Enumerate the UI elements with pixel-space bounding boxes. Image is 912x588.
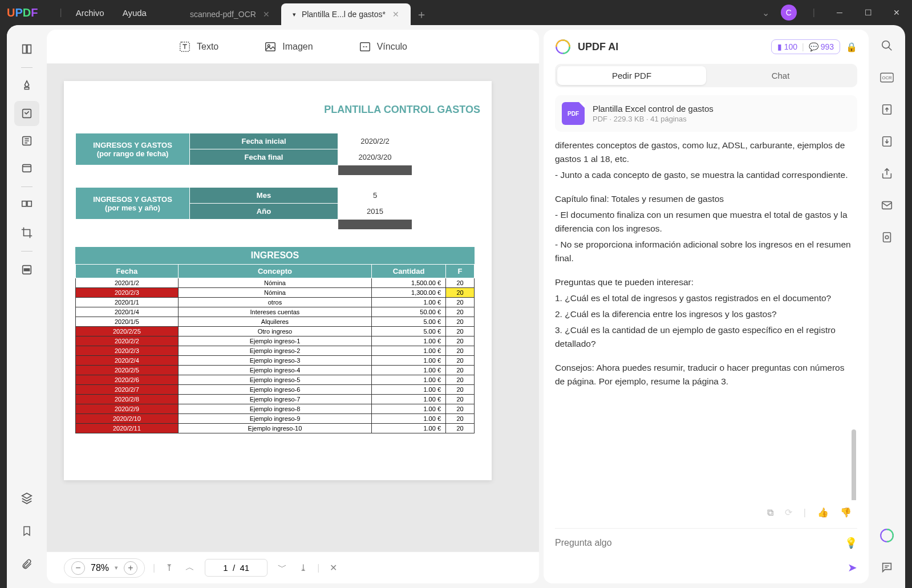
tab-label: Plantilla E...l de gastos* <box>302 10 386 19</box>
row-label: Año <box>190 204 338 220</box>
block1-header: INGRESOS Y GASTOS (por rango de fecha) <box>76 133 190 165</box>
col-concepto: Concepto <box>178 265 371 278</box>
zoom-out-button[interactable]: − <box>71 561 85 575</box>
row-value: 2020/3/20 <box>338 149 412 165</box>
organize-tool-icon[interactable] <box>14 193 39 218</box>
close-icon[interactable]: ✕ <box>392 10 399 19</box>
send-button[interactable]: ➤ <box>555 561 857 574</box>
reader-tool-icon[interactable] <box>14 37 39 62</box>
table-row: 2020/2/11Ejemplo ingreso-101.00 €20 <box>76 424 475 433</box>
thumbs-down-icon[interactable]: 👎 <box>840 507 852 518</box>
ai-title: UPDF AI <box>578 41 618 53</box>
form-tool-icon[interactable] <box>14 156 39 181</box>
file-meta: PDF · 229.3 KB · 41 páginas <box>593 115 714 123</box>
prev-page-button[interactable]: ︿ <box>183 562 197 574</box>
zoom-in-button[interactable]: + <box>124 561 137 575</box>
table-row: 2020/2/7Ejemplo ingreso-61.00 €20 <box>76 385 475 395</box>
ingresos-table: Fecha Concepto Cantidad F 2020/1/2Nómina… <box>75 264 475 433</box>
close-button[interactable]: ✕ <box>888 8 905 17</box>
table-row: 2020/1/2Nómina1,500.00 €20 <box>76 278 475 288</box>
table-row: 2020/2/25Otro ingreso5.00 €20 <box>76 327 475 336</box>
svg-rect-2 <box>23 165 31 172</box>
highlight-tool-icon[interactable] <box>14 74 39 99</box>
tab-label: scanned-pdf_OCR <box>190 10 256 19</box>
pdf-file-icon: PDF <box>562 102 585 125</box>
ai-tabs: Pedir PDF Chat <box>555 64 857 87</box>
row-value: 2020/2/2 <box>338 133 412 149</box>
link-tool[interactable]: Vínculo <box>359 40 407 53</box>
page-viewport[interactable]: PLANTILLA CONTROL GASTOS INGRESOS Y GAST… <box>47 64 539 551</box>
image-tool-label: Imagen <box>282 42 313 52</box>
ingresos-header: INGRESOS <box>75 247 475 264</box>
search-icon[interactable] <box>878 37 896 55</box>
ai-panel: UPDF AI ▮ 100 | 💬 993 🔒 Pedir PDF Chat P… <box>544 30 869 583</box>
zoom-value: 78% <box>91 563 109 573</box>
attachment-icon[interactable] <box>14 551 39 577</box>
open-external-icon[interactable]: ⧉ <box>767 508 773 518</box>
print-icon[interactable] <box>878 228 896 246</box>
tab-scanned-pdf[interactable]: scanned-pdf_OCR ✕ <box>179 3 281 25</box>
last-page-button[interactable]: ⤓ <box>297 562 309 573</box>
svg-rect-17 <box>883 233 891 242</box>
left-toolbar <box>7 25 47 588</box>
close-icon[interactable]: ✕ <box>263 10 270 19</box>
svg-rect-6 <box>24 269 29 271</box>
refresh-icon[interactable]: ⟳ <box>785 507 792 518</box>
pdf-page: PLANTILLA CONTROL GASTOS INGRESOS Y GAST… <box>64 81 492 480</box>
new-tab-button[interactable]: ＋ <box>411 3 432 25</box>
document-title: PLANTILLA CONTROL GASTOS <box>64 104 492 116</box>
chevron-down-icon[interactable]: ▾ <box>293 11 296 18</box>
tab-chat[interactable]: Chat <box>706 66 855 85</box>
right-toolbar: OCR <box>869 25 905 588</box>
share-icon[interactable] <box>878 164 896 183</box>
thumbs-up-icon[interactable]: 👍 <box>817 507 829 518</box>
ai-logo-icon[interactable] <box>878 526 896 545</box>
page-nav-bar: − 78% ▾ + | ⤒ ︿ ﹀ ⤓ | ✕ <box>47 551 539 583</box>
convert-icon[interactable] <box>878 100 896 119</box>
text-tool[interactable]: Texto <box>179 40 218 53</box>
scrollbar-thumb[interactable] <box>852 429 856 500</box>
crop-tool-icon[interactable] <box>14 220 39 245</box>
edit-toolbar: Texto Imagen Vínculo <box>47 30 539 64</box>
next-page-button[interactable]: ﹀ <box>275 562 289 574</box>
lock-icon[interactable]: 🔒 <box>846 42 857 52</box>
layers-icon[interactable] <box>14 485 39 510</box>
redact-tool-icon[interactable] <box>14 257 39 282</box>
ai-prompt-input[interactable] <box>555 538 845 548</box>
maximize-button[interactable]: ☐ <box>860 8 877 17</box>
suggestions-icon[interactable]: 💡 <box>845 537 857 549</box>
block2-header: INGRESOS Y GASTOS (por mes y año) <box>76 188 190 220</box>
annotate-tool-icon[interactable] <box>14 128 39 153</box>
image-tool[interactable]: Imagen <box>264 40 313 53</box>
credit-badges[interactable]: ▮ 100 | 💬 993 <box>771 39 840 54</box>
tab-pedir-pdf[interactable]: Pedir PDF <box>557 66 706 85</box>
bookmark-icon[interactable] <box>14 518 39 544</box>
chevron-down-icon[interactable]: ⌄ <box>762 7 769 18</box>
row-label: Mes <box>190 188 338 204</box>
tab-plantilla[interactable]: ▾ Plantilla E...l de gastos* ✕ <box>281 3 411 25</box>
page-input[interactable] <box>205 559 267 577</box>
email-icon[interactable] <box>878 196 896 214</box>
edit-tool-icon[interactable] <box>14 101 39 126</box>
chevron-down-icon[interactable]: ▾ <box>115 564 118 571</box>
first-page-button[interactable]: ⤒ <box>163 562 175 573</box>
comment-icon[interactable] <box>878 558 896 577</box>
titlebar: UPDF | Archivo Ayuda scanned-pdf_OCR ✕ ▾… <box>0 0 912 25</box>
ocr-icon[interactable]: OCR <box>878 68 896 87</box>
svg-rect-10 <box>360 42 370 51</box>
table-row: 2020/2/2Ejemplo ingreso-11.00 €20 <box>76 336 475 346</box>
link-tool-label: Vínculo <box>377 42 407 52</box>
date-range-table: INGRESOS Y GASTOS (por rango de fecha) F… <box>75 133 412 176</box>
ai-input-area: 💡 ➤ <box>555 528 857 574</box>
menu-archivo[interactable]: Archivo <box>76 8 104 18</box>
file-card[interactable]: PDF Plantilla Excel control de gastos PD… <box>555 95 857 132</box>
user-avatar[interactable]: C <box>781 5 797 21</box>
table-row: 2020/2/10Ejemplo ingreso-91.00 €20 <box>76 414 475 424</box>
close-nav-button[interactable]: ✕ <box>327 562 339 573</box>
updf-ai-logo-icon <box>555 39 571 55</box>
export-icon[interactable] <box>878 132 896 151</box>
minimize-button[interactable]: ─ <box>831 8 848 17</box>
svg-point-18 <box>885 236 889 239</box>
svg-text:OCR: OCR <box>882 75 892 80</box>
menu-ayuda[interactable]: Ayuda <box>123 8 147 18</box>
